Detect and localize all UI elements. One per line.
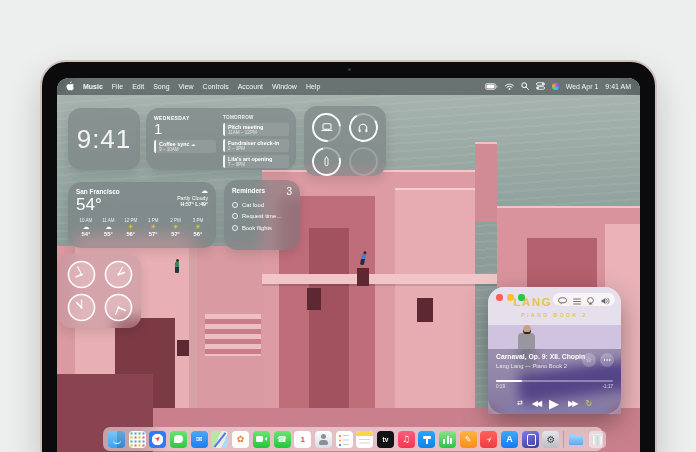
dock-icon-folder[interactable]: [568, 431, 585, 448]
menu-item-file[interactable]: File: [112, 83, 123, 90]
menu-item-help[interactable]: Help: [306, 83, 320, 90]
reminder-item[interactable]: Cat food: [232, 202, 292, 208]
clock-widget[interactable]: 9:41: [68, 108, 140, 170]
wifi-icon[interactable]: [505, 83, 514, 91]
envelope-icon: ✉: [196, 435, 203, 444]
weather-widget[interactable]: San Francisco 54° ☁ Partly Cloudy H:57° …: [68, 182, 216, 248]
dock-icon-rocket[interactable]: ➢: [480, 431, 497, 448]
weather-city: San Francisco: [76, 188, 120, 195]
dock-icon-facetime[interactable]: [253, 431, 270, 448]
hour-temp: 56°: [121, 231, 141, 237]
sun-icon: ☀: [166, 223, 186, 231]
queue-icon[interactable]: [573, 291, 581, 309]
dock-icon-apple-tv[interactable]: tv: [377, 431, 394, 448]
checkbox-circle-icon[interactable]: [232, 225, 238, 231]
dock-icon-launchpad[interactable]: [129, 431, 146, 448]
dock-icon-settings[interactable]: ⚙: [542, 431, 559, 448]
volume-icon[interactable]: [601, 291, 610, 309]
battery-icon[interactable]: [485, 83, 498, 91]
dock-icon-keynote[interactable]: [418, 431, 435, 448]
zoom-button[interactable]: [518, 294, 525, 301]
hour-temp: 54°: [76, 231, 96, 237]
menu-item-view[interactable]: View: [179, 83, 194, 90]
more-options-button[interactable]: [600, 353, 614, 367]
dock-icon-iphone-mirroring[interactable]: [522, 431, 539, 448]
play-button[interactable]: ▶: [549, 396, 559, 411]
reminders-title: Reminders: [232, 187, 265, 194]
cloud-icon: ☁: [191, 142, 196, 147]
reminder-item[interactable]: Request time…: [232, 213, 292, 219]
reminder-item[interactable]: Book flights: [232, 225, 292, 231]
airplay-icon[interactable]: [586, 291, 595, 309]
sun-icon: ☀: [143, 223, 163, 231]
world-clock-widget[interactable]: [59, 254, 141, 328]
music-note-icon: ♫: [402, 434, 410, 444]
calendar-event[interactable]: Lila's art opening 7 – 9PM: [223, 155, 289, 168]
dock-icon-pages[interactable]: ✎: [460, 431, 477, 448]
progress-bar[interactable]: [496, 380, 613, 382]
menu-item-account[interactable]: Account: [238, 83, 263, 90]
dock-icon-safari[interactable]: ➤: [149, 431, 166, 448]
calendar-event[interactable]: Fundraiser check-in 2 – 3PM: [223, 139, 289, 152]
apple-pencil-icon: [312, 147, 341, 176]
dock-icon-finder[interactable]: [108, 431, 125, 448]
favorite-star-button[interactable]: ☆: [582, 353, 596, 367]
previous-button[interactable]: ◀◀: [532, 399, 540, 408]
control-center-icon[interactable]: [536, 82, 545, 91]
dock-icon-reminders[interactable]: [336, 431, 353, 448]
weather-hour: 12 PM ☀ 56°: [121, 218, 141, 237]
reminders-widget[interactable]: Reminders 3 Cat food Request time… Book …: [224, 180, 300, 250]
wallpaper-window: [307, 288, 321, 310]
forward-button[interactable]: ▶▶: [568, 399, 576, 408]
dock-icon-music[interactable]: ♫: [398, 431, 415, 448]
music-miniplayer-window[interactable]: LANG LANG PIANO BOOK 2: [488, 287, 621, 414]
dock-icon-notes[interactable]: [356, 431, 373, 448]
clock-time: 9:41: [77, 124, 132, 155]
analog-clock: [67, 260, 96, 289]
menu-item-app[interactable]: Music: [83, 83, 103, 90]
menu-item-controls[interactable]: Controls: [203, 83, 229, 90]
dock-icon-maps[interactable]: [211, 431, 228, 448]
repeat-button[interactable]: ↻: [585, 399, 592, 408]
batteries-widget[interactable]: [304, 106, 386, 176]
calendar-widget[interactable]: WEDNESDAY 1 Coffee sync ☁ 9 – 10AM TOMOR…: [146, 108, 296, 170]
menu-item-song[interactable]: Song: [153, 83, 169, 90]
calendar-event[interactable]: Coffee sync ☁ 9 – 10AM: [154, 140, 216, 153]
calendar-day-number: 1: [154, 121, 216, 137]
dock-icon-app-store[interactable]: A: [501, 431, 518, 448]
wallpaper-window: [357, 268, 369, 286]
calendar-tomorrow-column: TOMORROW Pitch meeting 11AM – 12PM Fundr…: [223, 115, 289, 165]
cloud-icon: ☁: [98, 223, 118, 231]
checkbox-circle-icon[interactable]: [232, 202, 238, 208]
reminder-label: Request time…: [242, 213, 282, 219]
hour-temp: 56°: [188, 231, 208, 237]
dock-icon-numbers[interactable]: [439, 431, 456, 448]
wallpaper-window: [417, 298, 433, 322]
dock-icon-mail[interactable]: ✉: [191, 431, 208, 448]
weather-temperature: 54°: [76, 195, 120, 214]
apple-menu-icon[interactable]: [66, 81, 74, 92]
dock-icon-calendar[interactable]: 1: [294, 431, 311, 448]
dock-icon-messages[interactable]: [170, 431, 187, 448]
dock-icon-phone[interactable]: ☎: [274, 431, 291, 448]
reminders-count: 3: [286, 187, 292, 196]
close-button[interactable]: [496, 294, 503, 301]
minimize-button[interactable]: [507, 294, 514, 301]
dock-icon-trash[interactable]: [589, 431, 606, 448]
track-artist-album: Lang Lang — Piano Book 2: [496, 363, 586, 369]
ipad-device-frame: Music File Edit Song View Controls Accou…: [40, 60, 657, 452]
calendar-event[interactable]: Pitch meeting 11AM – 12PM: [223, 123, 289, 136]
menubar-date[interactable]: Wed Apr 1: [566, 83, 599, 90]
handset-icon: ☎: [277, 435, 287, 444]
siri-icon[interactable]: [552, 83, 559, 90]
search-icon[interactable]: [521, 82, 529, 91]
menu-item-edit[interactable]: Edit: [132, 83, 144, 90]
menu-item-window[interactable]: Window: [272, 83, 297, 90]
dock-icon-contacts[interactable]: [315, 431, 332, 448]
checkbox-circle-icon[interactable]: [232, 213, 238, 219]
lyrics-icon[interactable]: [558, 291, 567, 309]
menubar-time[interactable]: 9:41 AM: [605, 83, 631, 90]
player-toolbar: [553, 293, 615, 306]
shuffle-button[interactable]: ⇄: [517, 399, 523, 407]
dock-icon-photos[interactable]: ✿: [232, 431, 249, 448]
